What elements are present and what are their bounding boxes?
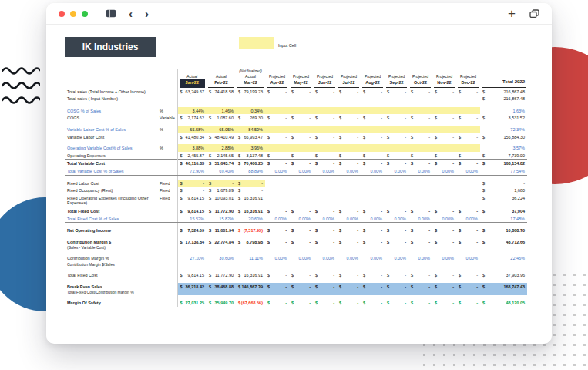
cell[interactable]: $- [456,207,480,214]
total-cell[interactable]: $10,808.70 [480,227,527,234]
cell[interactable]: 0.00% [337,254,361,267]
cell[interactable]: $- [361,133,385,141]
cell[interactable] [432,194,456,207]
cell[interactable] [236,95,265,103]
cell[interactable]: 0.00% [456,215,480,223]
cell[interactable]: 15.52% [177,215,207,223]
total-cell[interactable]: $36,224 [480,194,527,207]
cell[interactable]: $- [313,227,337,234]
cell[interactable]: $66,993.47 [236,133,265,141]
cell[interactable]: $- [313,238,337,251]
cell[interactable]: $146,867.79 [236,283,265,296]
cell[interactable] [456,144,480,152]
cell[interactable]: $- [265,283,289,296]
cell[interactable]: $- [432,160,456,167]
column-header[interactable]: ProjectedOct-22 [408,69,432,88]
cell[interactable] [337,194,361,207]
cell[interactable]: $11,772.90 [207,271,236,279]
cell[interactable]: $- [385,114,408,122]
cell[interactable]: 72.90% [177,167,207,175]
cell[interactable]: $- [289,114,313,122]
cell[interactable]: 0.00% [289,254,313,267]
cell[interactable] [337,180,361,187]
cell[interactable]: $- [289,271,313,279]
cell[interactable]: $- [456,283,480,296]
cell[interactable]: $- [337,152,361,160]
cell[interactable]: $8,798.98 [236,238,265,251]
cell[interactable]: $2,174.62 [177,114,207,122]
cell[interactable]: $- [265,114,289,122]
column-header[interactable]: (Not finalized)ActualMar-22 [236,69,265,88]
cell[interactable] [456,194,480,207]
cell[interactable]: 0.00% [432,215,456,223]
cell[interactable] [289,126,313,133]
total-cell[interactable]: 1.63% [480,107,527,115]
cell[interactable] [207,95,236,103]
cell[interactable]: $- [432,88,456,96]
cell[interactable]: $- [408,283,432,296]
row-label[interactable]: Net Operating Income [65,227,157,234]
cell[interactable]: $36,218.42 [177,283,207,296]
cell[interactable]: $- [408,133,432,141]
cell[interactable]: $- [313,299,337,307]
cell[interactable]: $- [361,160,385,167]
cell[interactable]: $9,814.15 [177,207,207,214]
cell[interactable]: $- [408,88,432,96]
row-label[interactable]: Variable Labor Cost % of Sales [65,126,157,133]
cell[interactable]: $- [432,207,456,214]
cell[interactable]: 0.00% [289,215,313,223]
cell[interactable]: $- [408,207,432,214]
cell[interactable]: 0.00% [408,167,432,175]
back-button[interactable]: ‹ [129,8,133,19]
forward-button[interactable]: › [145,8,149,19]
total-column-header[interactable]: Total 2022 [480,69,527,88]
cell[interactable] [265,187,289,194]
column-header[interactable]: ActualJan-22 [177,69,207,88]
cell[interactable]: $- [456,271,480,279]
cell[interactable] [408,107,432,115]
row-label[interactable]: Total Variable Cost [65,160,157,167]
cell[interactable]: 1.46% [207,107,236,115]
cell[interactable]: $- [385,283,408,296]
total-cell[interactable]: $3,531.52 [480,114,527,122]
row-label[interactable]: Break Even SalesTotal Fixed Cost/Contrib… [65,283,157,296]
total-cell[interactable]: 17.48% [480,215,527,223]
cell[interactable]: $- [432,133,456,141]
column-header[interactable]: ProjectedNov-22 [432,69,456,88]
total-cell[interactable]: $216,867.48 [480,95,527,103]
cell[interactable] [289,187,313,194]
cell[interactable]: 0.00% [408,215,432,223]
cell[interactable]: $- [361,283,385,296]
column-header[interactable]: ProjectedDec-22 [456,69,480,88]
column-header[interactable]: ProjectedJul-22 [337,69,361,88]
cell[interactable]: $22,774.84 [207,238,236,251]
sidebar-toggle-button[interactable] [106,9,116,18]
cell[interactable]: $11,772.90 [207,207,236,214]
cell[interactable]: $- [265,271,289,279]
total-cell[interactable]: $216,867.48 [480,88,527,96]
cell[interactable]: $2,455.87 [177,152,207,160]
cell[interactable]: $79,199.23 [236,88,265,96]
cell[interactable]: $- [361,227,385,234]
cell[interactable]: $- [337,283,361,296]
cell[interactable]: 0.00% [313,215,337,223]
cell[interactable]: $- [265,160,289,167]
cell[interactable]: 3.88% [177,144,207,152]
cell[interactable]: $41,480.34 [177,133,207,141]
tab-overview-button[interactable] [529,9,539,18]
cell[interactable]: $- [337,207,361,214]
cell[interactable] [289,180,313,187]
row-label[interactable]: Total sales (Total Income + Other Income… [65,88,157,96]
total-cell[interactable]: $1,680 [480,187,527,194]
cell[interactable]: $- [361,207,385,214]
cell[interactable]: $7,324.69 [177,227,207,234]
cell[interactable]: $10,093.01 [207,194,236,207]
total-cell[interactable]: $156,884.30 [480,133,527,141]
cell[interactable] [265,194,289,207]
cell[interactable]: $35,949.70 [207,299,236,307]
total-cell[interactable]: $- [480,180,527,187]
cell[interactable]: $- [337,271,361,279]
cell[interactable]: $- [337,238,361,251]
cell[interactable]: $- [456,227,480,234]
cell[interactable]: $1,679.89 [207,187,236,194]
